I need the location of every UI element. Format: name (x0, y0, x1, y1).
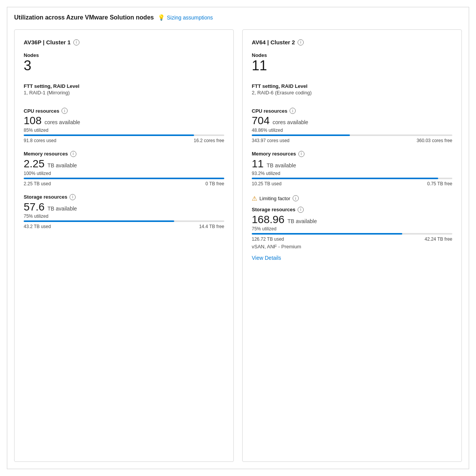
cluster2-memory-progress-fill (252, 178, 438, 179)
cluster1-cpu-progress-fill (24, 134, 194, 136)
cluster2-storage-info-icon[interactable]: i (298, 207, 304, 213)
cluster1-cpu-used: 91.8 cores used (24, 138, 56, 143)
cluster1-memory-section: Memory resources i 2.25 TB available 100… (24, 151, 224, 187)
limiting-factor-info-icon[interactable]: i (293, 195, 299, 201)
cluster1-ftt-value: 1, RAID-1 (Mirroring) (24, 90, 224, 96)
cluster2-ftt-value: 2, RAID-6 (Erasure coding) (252, 90, 452, 96)
cluster2-cpu-free: 360.03 cores free (417, 138, 452, 143)
cluster1-memory-progress-fill (24, 178, 224, 179)
cluster1-info-icon[interactable]: i (73, 39, 79, 45)
cluster2-cpu-value: 704 cores available (252, 115, 452, 127)
cluster1-storage-progress-fill (24, 220, 174, 222)
cluster1-memory-utilized: 100% utilized (24, 171, 224, 176)
cluster1-storage-value: 57.6 TB available (24, 201, 224, 213)
cluster2-cpu-label: CPU resources (252, 108, 287, 114)
cluster1-nodes-label: Nodes (24, 52, 224, 58)
cluster2-memory-utilized: 93.2% utilized (252, 171, 452, 176)
cluster2-nodes-value: 11 (252, 59, 452, 73)
cluster1-nodes-value: 3 (24, 59, 224, 73)
cluster1-memory-used: 2.25 TB used (24, 181, 51, 186)
cluster1-cpu-label: CPU resources (24, 108, 59, 114)
cluster2-storage-progress-bg (252, 233, 452, 235)
cluster2-storage-utilized: 75% utilized (252, 226, 452, 232)
cluster1-cpu-value: 108 cores available (24, 115, 224, 127)
cluster1-storage-used: 43.2 TB used (24, 224, 51, 229)
cluster1-title-row: AV36P | Cluster 1 i (24, 39, 224, 45)
cluster1-cpu-info-icon[interactable]: i (62, 108, 68, 114)
cluster2-memory-used: 10.25 TB used (252, 181, 282, 186)
cluster2-cpu-info-icon[interactable]: i (290, 108, 296, 114)
cluster2-memory-value: 11 TB available (252, 158, 452, 170)
page-title: Utilization across Azure VMware Solution… (14, 14, 154, 21)
cluster2-storage-used-free: 126.72 TB used 42.24 TB free (252, 236, 452, 242)
cluster1-memory-value: 2.25 TB available (24, 158, 224, 170)
limiting-factor-row: ⚠ Limiting factor i (252, 195, 452, 202)
cluster2-memory-progress-bg (252, 178, 452, 179)
cluster2-storage-progress-fill (252, 233, 402, 235)
clusters-row: AV36P | Cluster 1 i Nodes 3 FTT setting,… (14, 29, 462, 462)
cluster2-cpu-used: 343.97 cores used (252, 138, 290, 143)
cluster2-storage-note: vSAN, ANF - Premium (252, 244, 452, 249)
cluster1-storage-section: Storage resources i 57.6 TB available 75… (24, 194, 224, 230)
cluster1-cpu-progress-bg (24, 134, 224, 136)
cluster2-cpu-progress-fill (252, 134, 350, 136)
bulb-icon: 💡 (158, 14, 165, 21)
cluster1-memory-label: Memory resources (24, 151, 68, 157)
page-header: Utilization across Azure VMware Solution… (14, 14, 462, 21)
cluster2-storage-used: 126.72 TB used (252, 236, 284, 242)
cluster1-storage-label: Storage resources (24, 194, 67, 200)
cluster2-ftt-section: FTT setting, RAID Level 2, RAID-6 (Erasu… (252, 83, 452, 101)
cluster2-cpu-used-free: 343.97 cores used 360.03 cores free (252, 138, 452, 143)
cluster1-storage-used-free: 43.2 TB used 14.4 TB free (24, 224, 224, 229)
cluster2-info-icon[interactable]: i (298, 39, 304, 45)
cluster2-cpu-section: CPU resources i 704 cores available 48.8… (252, 108, 452, 144)
cluster2-storage-free: 42.24 TB free (425, 236, 453, 242)
cluster2-cpu-utilized: 48.86% utilized (252, 128, 452, 133)
cluster1-memory-progress-bg (24, 178, 224, 179)
limiting-factor-label: Limiting factor (259, 196, 290, 201)
cluster1-memory-used-free: 2.25 TB used 0 TB free (24, 181, 224, 186)
cluster2-memory-free: 0.75 TB free (427, 181, 452, 186)
cluster1-storage-free: 14.4 TB free (199, 224, 224, 229)
cluster1-card: AV36P | Cluster 1 i Nodes 3 FTT setting,… (14, 29, 234, 462)
cluster2-title: AV64 | Cluster 2 (252, 39, 295, 45)
cluster2-memory-label: Memory resources (252, 151, 296, 157)
cluster1-memory-free: 0 TB free (206, 181, 224, 186)
cluster1-ftt-label: FTT setting, RAID Level (24, 83, 224, 89)
cluster1-cpu-section: CPU resources i 108 cores available 85% … (24, 108, 224, 144)
cluster1-storage-progress-bg (24, 220, 224, 222)
cluster1-storage-utilized: 75% utilized (24, 214, 224, 219)
cluster2-cpu-progress-bg (252, 134, 452, 136)
cluster1-ftt-section: FTT setting, RAID Level 1, RAID-1 (Mirro… (24, 83, 224, 101)
cluster2-ftt-label: FTT setting, RAID Level (252, 83, 452, 89)
cluster2-nodes-label: Nodes (252, 52, 452, 58)
cluster1-nodes-section: Nodes 3 (24, 52, 224, 78)
cluster2-memory-info-icon[interactable]: i (298, 151, 304, 157)
cluster1-storage-info-icon[interactable]: i (70, 194, 76, 200)
cluster1-title: AV36P | Cluster 1 (24, 39, 71, 45)
cluster1-cpu-utilized: 85% utilized (24, 128, 224, 133)
cluster2-storage-value: 168.96 TB available (252, 214, 452, 226)
cluster2-memory-used-free: 10.25 TB used 0.75 TB free (252, 181, 452, 186)
view-details-link[interactable]: View Details (252, 255, 281, 261)
cluster2-memory-section: Memory resources i 11 TB available 93.2%… (252, 151, 452, 187)
cluster1-cpu-used-free: 91.8 cores used 16.2 cores free (24, 138, 224, 143)
cluster1-cpu-free: 16.2 cores free (194, 138, 224, 143)
sizing-link-label: Sizing assumptions (167, 15, 213, 21)
sizing-assumptions-link[interactable]: 💡 Sizing assumptions (158, 14, 213, 21)
cluster2-title-row: AV64 | Cluster 2 i (252, 39, 452, 45)
cluster2-card: AV64 | Cluster 2 i Nodes 11 FTT setting,… (242, 29, 462, 462)
cluster2-storage-label: Storage resources (252, 207, 295, 212)
cluster2-nodes-section: Nodes 11 (252, 52, 452, 78)
cluster2-storage-section: Storage resources i 168.96 TB available … (252, 207, 452, 262)
warning-icon: ⚠ (252, 195, 257, 202)
cluster1-memory-info-icon[interactable]: i (70, 151, 76, 157)
